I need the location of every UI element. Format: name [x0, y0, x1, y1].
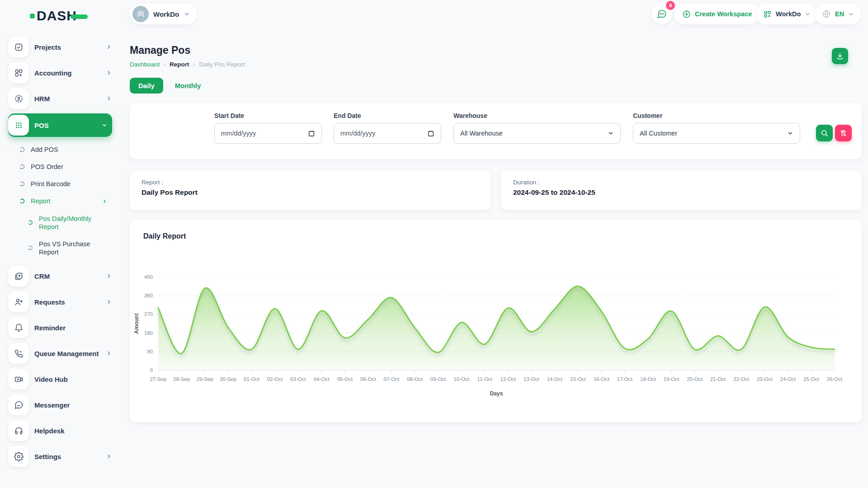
report-period-tabs: Daily Monthly — [130, 78, 862, 94]
sidebar: Projects Accounting HRM POS Add POS POS … — [0, 28, 120, 471]
sidebar-item-report[interactable]: Report — [19, 197, 109, 205]
bullet-icon — [27, 220, 33, 225]
sidebar-item-label: Settings — [34, 453, 61, 460]
create-workspace-button[interactable]: Create Workspace — [674, 4, 760, 24]
sidebar-item-crm[interactable]: CRM — [8, 265, 112, 287]
svg-text:30-Sep: 30-Sep — [220, 376, 236, 382]
create-workspace-label: Create Workspace — [695, 10, 752, 18]
svg-text:25-Oct: 25-Oct — [803, 376, 819, 382]
breadcrumb-report[interactable]: Report — [170, 61, 189, 68]
logo-dot — [30, 14, 35, 19]
warehouse-label: Warehouse — [453, 112, 487, 119]
workspace-selector[interactable]: WorkDo — [130, 4, 197, 24]
sidebar-item-reminder[interactable]: Reminder — [8, 317, 112, 338]
chevron-right-icon: › — [164, 61, 165, 68]
start-date-label: Start Date — [214, 112, 244, 119]
sidebar-item-pos-vs-purchase-report[interactable]: Pos VS Purchase Report — [27, 240, 104, 256]
sidebar-item-label: HRM — [34, 95, 50, 103]
notifications-button[interactable]: 0 — [651, 4, 672, 24]
svg-text:27-Sep: 27-Sep — [150, 376, 166, 382]
svg-text:270: 270 — [144, 311, 153, 317]
user-plus-icon — [8, 291, 29, 312]
svg-text:18-Oct: 18-Oct — [640, 376, 656, 382]
customer-select[interactable]: All Customer — [633, 123, 800, 144]
sidebar-item-requests[interactable]: Requests — [8, 291, 112, 313]
chevron-down-icon — [184, 11, 190, 17]
sidebar-item-queue-management[interactable]: Queue Management — [8, 343, 112, 364]
tab-daily[interactable]: Daily — [130, 78, 163, 94]
end-date-label: End Date — [334, 112, 361, 119]
svg-text:17-Oct: 17-Oct — [617, 376, 632, 382]
language-selector[interactable]: EN — [815, 4, 861, 24]
bell-icon — [8, 317, 29, 338]
svg-text:90: 90 — [147, 349, 153, 354]
sidebar-item-print-barcode[interactable]: Print Barcode — [19, 180, 112, 188]
svg-text:08-Oct: 08-Oct — [407, 376, 423, 382]
svg-text:450: 450 — [144, 274, 153, 280]
sidebar-item-label: POS — [34, 122, 49, 129]
page-title: Manage Pos — [130, 44, 862, 56]
sidebar-item-label: POS Order — [31, 163, 63, 171]
app-logo[interactable]: DASH — [30, 9, 88, 23]
sidebar-item-label: Queue Management — [34, 350, 99, 357]
svg-text:13-Oct: 13-Oct — [524, 376, 539, 382]
chevron-right-icon — [106, 273, 112, 279]
sidebar-item-label: Add POS — [31, 145, 58, 154]
bullet-icon — [27, 245, 33, 251]
tab-monthly[interactable]: Monthly — [175, 82, 201, 89]
sidebar-item-accounting[interactable]: Accounting — [8, 62, 112, 84]
sidebar-item-label: Pos Daily/Monthly Report — [39, 215, 98, 231]
chevron-down-icon — [848, 11, 854, 17]
chevron-right-icon — [106, 44, 112, 50]
app-switcher-button[interactable]: WorkDo — [756, 4, 818, 24]
daily-report-chart: 090180270360450 27-Sep28-Sep29-Sep30-Sep… — [131, 252, 854, 415]
svg-text:20-Oct: 20-Oct — [687, 376, 703, 382]
warehouse-value: All Warehouse — [460, 130, 503, 137]
svg-text:03-Oct: 03-Oct — [290, 376, 306, 382]
duration-value: 2024-09-25 to 2024-10-25 — [513, 188, 850, 197]
warehouse-select[interactable]: All Warehouse — [453, 123, 621, 144]
sidebar-item-projects[interactable]: Projects — [8, 36, 112, 58]
download-button[interactable] — [832, 48, 848, 64]
bullet-icon — [19, 146, 25, 153]
svg-text:23-Oct: 23-Oct — [757, 376, 773, 382]
customer-value: All Customer — [640, 130, 677, 137]
svg-text:09-Oct: 09-Oct — [430, 376, 446, 382]
start-date-placeholder: mm/dd/yyyy — [221, 130, 256, 137]
language-label: EN — [835, 10, 844, 18]
breadcrumb-current: Daily Pos Report — [199, 61, 245, 68]
svg-text:12-Oct: 12-Oct — [500, 376, 516, 382]
clear-filter-icon — [840, 129, 847, 137]
globe-icon — [822, 9, 831, 19]
sidebar-item-settings[interactable]: Settings — [8, 446, 112, 467]
report-value: Daily Pos Report — [142, 188, 479, 197]
svg-text:01-Oct: 01-Oct — [244, 376, 259, 382]
end-date-placeholder: mm/dd/yyyy — [340, 130, 375, 137]
app-switcher-label: WorkDo — [776, 10, 801, 18]
end-date-input[interactable]: mm/dd/yyyy — [334, 123, 441, 144]
svg-text:29-Sep: 29-Sep — [197, 376, 213, 382]
bullet-icon — [19, 164, 25, 170]
start-date-input[interactable]: mm/dd/yyyy — [214, 123, 322, 144]
sidebar-item-hrm[interactable]: HRM — [8, 88, 112, 109]
grid-plus-icon — [763, 10, 772, 19]
chevron-right-icon — [106, 453, 112, 460]
sidebar-item-pos-order[interactable]: POS Order — [19, 163, 112, 171]
sidebar-item-label: Video Hub — [34, 375, 68, 383]
sidebar-item-helpdesk[interactable]: Helpdesk — [8, 420, 112, 441]
sidebar-item-label: Reminder — [34, 324, 66, 332]
sidebar-item-video-hub[interactable]: Video Hub — [8, 368, 112, 390]
breadcrumb-dashboard[interactable]: Dashboard — [130, 61, 160, 68]
svg-text:0: 0 — [150, 367, 153, 373]
search-button[interactable] — [816, 125, 833, 141]
sidebar-item-pos[interactable]: POS — [8, 113, 112, 137]
calendar-icon — [427, 130, 434, 137]
reset-filter-button[interactable] — [835, 125, 852, 141]
chat-icon — [657, 9, 667, 19]
svg-text:11-Oct: 11-Oct — [477, 376, 492, 382]
sidebar-item-pos-daily-monthly-report[interactable]: Pos Daily/Monthly Report — [27, 215, 104, 231]
sidebar-item-add-pos[interactable]: Add POS — [19, 145, 112, 154]
sidebar-item-messenger[interactable]: Messenger — [8, 394, 112, 416]
workspace-name: WorkDo — [153, 10, 179, 18]
sidebar-item-label: CRM — [34, 272, 50, 280]
